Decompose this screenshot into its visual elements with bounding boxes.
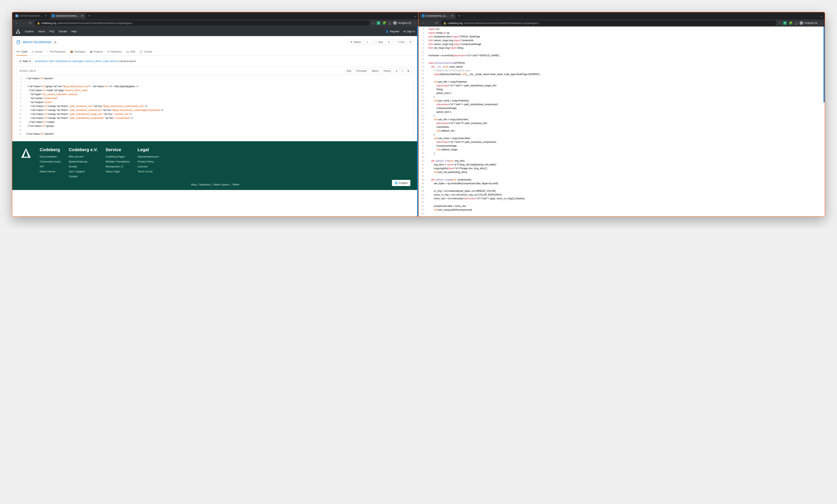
back-button[interactable]: ← — [421, 21, 425, 25]
footer-link[interactable]: Who are we? — [69, 155, 98, 158]
footer-link[interactable]: Documentation — [40, 155, 61, 158]
nav-faq[interactable]: FAQ — [49, 30, 54, 33]
forward-button[interactable]: → — [427, 21, 432, 25]
watch-button[interactable]: 👁Watch — [348, 39, 363, 45]
extension-icon-1[interactable]: S — [377, 21, 380, 25]
tab-releases[interactable]: 🏷Releases — [107, 48, 122, 55]
back-button[interactable]: ← — [14, 21, 19, 25]
extensions-icon[interactable]: 🧩 — [789, 21, 793, 25]
nav-explore[interactable]: Explore — [25, 30, 34, 33]
line-gutter: 5678910111213141516171819202122232425262… — [419, 26, 427, 216]
tab-code[interactable]: </>Code — [16, 48, 27, 55]
language-button[interactable]: 🌐English — [392, 180, 410, 186]
footer-link[interactable]: Imprint/Impressum — [138, 155, 159, 158]
tab-packages[interactable]: 📦Packages — [70, 48, 86, 55]
footer-link[interactable]: Woodpecker CI — [106, 165, 130, 168]
menu-icon[interactable]: ⋮ — [413, 21, 416, 25]
branch-selector[interactable]: ⎇ main ▾ — [16, 58, 33, 64]
footer-link[interactable]: Status Page — [106, 170, 130, 173]
footer-link[interactable]: Bylaws/Satzung — [69, 160, 98, 163]
social-link[interactable]: Blog — [191, 183, 196, 186]
crumb-link[interactable]: heartbeat-ros — [56, 60, 71, 62]
watch-count[interactable]: 1 — [363, 39, 370, 45]
raw-button[interactable]: Raw — [344, 68, 354, 73]
star-icon[interactable]: ☆ — [778, 21, 781, 25]
register-link[interactable]: 👤Register — [386, 30, 399, 33]
tab-projects[interactable]: ▦Projects — [90, 48, 103, 55]
tab-pulls[interactable]: ⑂Pull Requests — [47, 48, 65, 55]
browser-tab-2[interactable]: duckietown/camera.launc ✕ — [50, 13, 86, 19]
footer-link[interactable]: API — [40, 165, 61, 168]
scrollbar[interactable] — [823, 26, 825, 103]
close-icon[interactable]: ✕ — [44, 15, 47, 17]
signin-icon: ➜] — [403, 30, 406, 33]
footer-link[interactable]: Donate — [69, 165, 98, 168]
header-nav: Explore About FAQ Donate Help — [25, 30, 77, 33]
delete-icon[interactable]: 🗑 — [406, 68, 411, 73]
browser-tab-1[interactable]: ACHOO Syndrome - Medi ✕ — [14, 13, 49, 19]
reload-button[interactable]: ⟳ — [28, 21, 33, 25]
repo-link[interactable]: duckietown — [34, 40, 52, 44]
extensions-icon[interactable]: 🧩 — [382, 21, 386, 25]
download-icon[interactable]: ⬇ — [393, 68, 399, 73]
footer-link[interactable]: Licenses — [138, 165, 159, 168]
fork-count[interactable]: 0 — [407, 39, 414, 45]
crumb-link[interactable]: camera_demo_node — [85, 60, 109, 62]
nav-donate[interactable]: Donate — [59, 30, 67, 33]
nav-about[interactable]: About — [38, 30, 45, 33]
footer-link[interactable]: Contact — [69, 175, 98, 178]
incognito-badge[interactable]: Incognito (5) — [393, 21, 411, 25]
panel-icon[interactable]: ◫ — [795, 21, 798, 25]
crumb-link[interactable]: duckietown — [35, 60, 48, 62]
edit-icon[interactable]: ✎ — [399, 68, 406, 73]
footer-link[interactable]: Privacy Policy — [138, 160, 159, 163]
social-link[interactable]: Mastodon — [199, 183, 211, 186]
repo-header: akemi/duckietown 👁Watch 1 ☆Star 0 ⑂Fork … — [12, 36, 418, 48]
close-icon[interactable]: ✕ — [81, 15, 84, 17]
scrollbar[interactable] — [417, 26, 418, 216]
extension-icon-1[interactable]: S — [783, 21, 787, 25]
star-icon[interactable]: ☆ — [372, 21, 375, 25]
footer-link[interactable]: Community Issues — [40, 160, 61, 163]
owner-link[interactable]: akemi — [22, 40, 32, 44]
tab-activity[interactable]: 📈Activity — [140, 48, 152, 55]
codeberg-logo[interactable] — [16, 29, 21, 34]
tabs-dropdown-icon[interactable]: ⌄ — [413, 14, 417, 18]
blame-button[interactable]: Blame — [370, 68, 381, 73]
history-button[interactable]: History — [381, 68, 393, 73]
new-tab-button[interactable]: + — [86, 13, 92, 19]
crumb-link[interactable]: launch — [110, 60, 118, 62]
address-bar[interactable]: 🔒 codeberg.org/akemi/duckietown/src/bran… — [441, 20, 777, 26]
browser-tab-1[interactable]: duckietown/my_camera_s ✕ — [420, 13, 456, 19]
crumb-link[interactable]: lab2 — [49, 60, 54, 62]
incognito-badge[interactable]: Incognito (5) — [800, 21, 818, 25]
signin-link[interactable]: ➜]Sign In — [403, 30, 415, 33]
tab-issues[interactable]: ⊙Issues — [32, 48, 42, 55]
footer-link[interactable]: Join / Support — [69, 170, 98, 173]
new-tab-button[interactable]: + — [456, 13, 462, 19]
fork-button[interactable]: ⑂Fork — [394, 39, 407, 45]
address-bar[interactable]: 🔒 codeberg.org/akemi/duckietown/src/bran… — [35, 20, 370, 26]
forward-button[interactable]: → — [21, 21, 26, 25]
crumb-link[interactable]: packages — [73, 60, 84, 62]
tab-wiki[interactable]: 📖Wiki — [126, 48, 135, 55]
footer-link[interactable]: Report Abuse — [40, 170, 61, 173]
footer-link[interactable]: Terms of Use — [138, 170, 159, 173]
social-link[interactable]: Matrix Space — [214, 183, 229, 186]
star-button[interactable]: ☆Star — [373, 39, 386, 45]
code-source[interactable]: <"xa">class="xt">launch> <"xa">class="xt… — [24, 75, 414, 137]
footer-col-service: Service Codeberg Pages Weblate Translati… — [106, 147, 130, 180]
menu-icon[interactable]: ⋮ — [820, 21, 823, 25]
footer-link[interactable]: Weblate Translations — [106, 160, 130, 163]
tabs-dropdown-icon[interactable]: ⌄ — [820, 14, 823, 18]
rss-icon[interactable] — [54, 41, 57, 44]
nav-help[interactable]: Help — [71, 30, 77, 33]
close-icon[interactable]: ✕ — [451, 15, 453, 17]
footer-link[interactable]: Codeberg Pages — [106, 155, 130, 158]
permalink-button[interactable]: Permalink — [354, 68, 369, 73]
reload-button[interactable]: ⟳ — [434, 21, 439, 25]
star-count[interactable]: 0 — [386, 39, 393, 45]
social-link[interactable]: Twitter — [232, 183, 239, 186]
code-source[interactable]: import cv2 import numpy as np from ducki… — [427, 26, 825, 216]
panel-icon[interactable]: ◫ — [388, 21, 391, 25]
